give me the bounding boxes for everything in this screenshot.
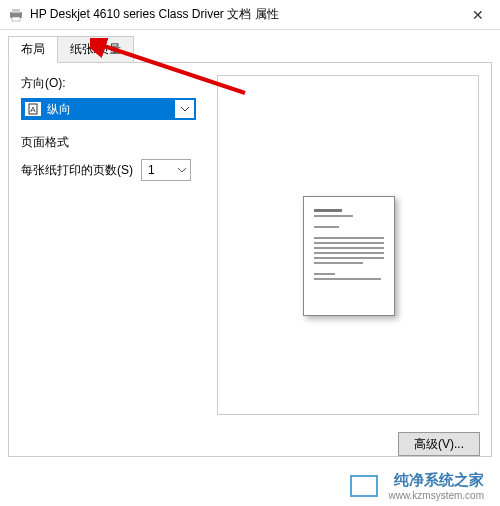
watermark: 纯净系统之家 www.kzmsystem.com [0,466,500,506]
pages-per-sheet-select[interactable]: 1 [141,159,191,181]
watermark-url: www.kzmsystem.com [388,490,484,501]
advanced-button[interactable]: 高级(V)... [398,432,480,456]
preview-page [303,196,395,316]
svg-rect-2 [12,17,20,21]
svg-rect-1 [12,9,20,13]
tab-panel-layout: 方向(O): A 纵向 页面格式 每张纸打印的页数(S) 1 [8,62,492,457]
tab-strip: 布局 纸张/质量 [0,30,500,63]
svg-text:A: A [30,105,36,114]
chevron-down-icon [174,100,194,118]
orientation-value: 纵向 [41,101,174,118]
pages-per-sheet-value: 1 [148,163,155,177]
watermark-logo-icon [350,475,378,497]
orientation-select[interactable]: A 纵向 [21,98,196,120]
close-button[interactable]: ✕ [455,0,500,30]
titlebar: HP Deskjet 4610 series Class Driver 文档 属… [0,0,500,30]
pages-per-sheet-label: 每张纸打印的页数(S) [21,162,133,179]
window-title: HP Deskjet 4610 series Class Driver 文档 属… [30,6,455,23]
chevron-down-icon [178,168,186,173]
printer-icon [8,7,24,23]
print-preview [217,75,479,415]
orientation-portrait-icon: A [25,102,41,116]
orientation-label: 方向(O): [21,75,196,92]
page-format-section-label: 页面格式 [21,134,196,151]
tab-layout[interactable]: 布局 [8,36,58,63]
watermark-title: 纯净系统之家 [388,471,484,490]
tab-paper-quality[interactable]: 纸张/质量 [57,36,134,63]
